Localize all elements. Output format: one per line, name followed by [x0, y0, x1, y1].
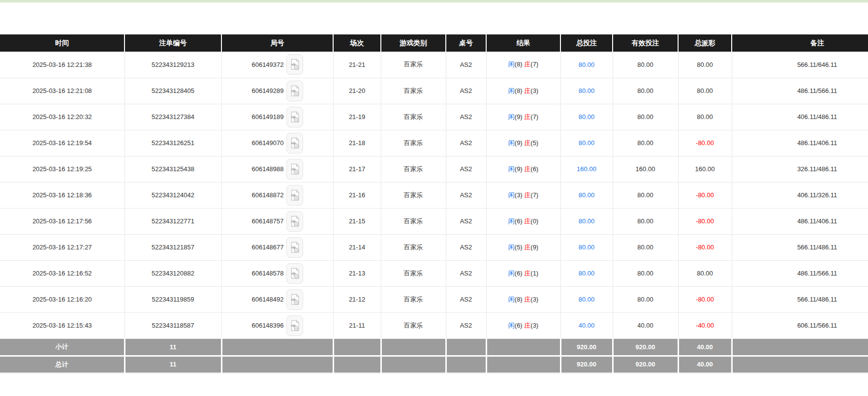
table-id-value: AS2	[460, 113, 472, 121]
payout-cell: 80.00	[678, 104, 732, 130]
table-row: 2025-03-16 12:18:36 522343124042 6061488…	[0, 182, 868, 208]
player-result-label: 闲	[508, 61, 515, 68]
table-id-cell: AS2	[446, 286, 486, 312]
result-cell: 闲(8) 庄(7)	[486, 52, 560, 78]
video-file-icon	[290, 59, 300, 70]
table-id-value: AS2	[460, 191, 472, 199]
round-id-cell: 606148757	[221, 208, 333, 234]
banker-result-score: (3)	[530, 87, 538, 94]
total-bet-link[interactable]: 80.00	[579, 191, 595, 199]
table-body: 2025-03-16 12:21:38 522343129213 6061493…	[0, 52, 868, 338]
round-id-value: 606148396	[251, 322, 283, 329]
valid-bet-cell: 80.00	[613, 234, 678, 260]
payout-cell: -80.00	[678, 234, 732, 260]
session-value: 21-16	[349, 191, 365, 199]
video-replay-button[interactable]	[286, 211, 303, 232]
player-result-score: (8)	[515, 87, 523, 94]
total-bet-cell: 80.00	[560, 208, 613, 234]
video-replay-button[interactable]	[286, 54, 303, 75]
video-replay-button[interactable]	[286, 237, 303, 258]
remark-cell: 486.11/406.11	[732, 130, 868, 156]
round-id-value: 606149289	[251, 87, 283, 94]
player-result-label: 闲	[508, 87, 515, 94]
session-cell: 21-15	[333, 208, 381, 234]
total-bet-link[interactable]: 80.00	[579, 139, 595, 147]
valid-bet-cell: 80.00	[613, 286, 678, 312]
game-type-cell: 百家乐	[381, 234, 446, 260]
banker-result-label: 庄	[524, 113, 530, 121]
player-result-label: 闲	[508, 296, 515, 303]
valid-bet-value: 40.00	[637, 322, 653, 329]
video-replay-button[interactable]	[286, 159, 303, 180]
time-value: 2025-03-16 12:17:27	[32, 244, 92, 251]
video-replay-button[interactable]	[286, 107, 303, 127]
table-id-cell: AS2	[446, 130, 486, 156]
valid-bet-cell: 80.00	[613, 130, 678, 156]
player-result-score: (9)	[515, 165, 523, 173]
time-value: 2025-03-16 12:19:54	[32, 139, 92, 147]
video-replay-button[interactable]	[286, 289, 303, 310]
result-cell: 闲(6) 庄(1)	[486, 260, 560, 286]
total-bet-link[interactable]: 40.00	[579, 322, 595, 329]
payout-cell: 80.00	[678, 52, 732, 78]
time-value: 2025-03-16 12:16:20	[32, 296, 92, 303]
video-replay-button[interactable]	[286, 263, 303, 284]
remark-cell: 486.11/406.11	[732, 208, 868, 234]
round-id-cell: 606149372	[221, 52, 333, 78]
video-replay-button[interactable]	[286, 185, 303, 206]
column-header-total-bet: 总投注	[560, 34, 613, 52]
table-row: 2025-03-16 12:17:56 522343122771 6061487…	[0, 208, 868, 234]
valid-bet-cell: 80.00	[613, 52, 678, 78]
game-type-value: 百家乐	[404, 165, 423, 173]
table-id-cell: AS2	[446, 234, 486, 260]
payout-cell: -80.00	[678, 286, 732, 312]
total-bet-link[interactable]: 80.00	[579, 244, 595, 251]
banker-result-label: 庄	[524, 296, 530, 303]
player-result-label: 闲	[508, 322, 515, 329]
remark-value: 326.11/486.11	[797, 165, 837, 173]
table-id-value: AS2	[460, 296, 472, 303]
valid-bet-value: 80.00	[637, 87, 653, 94]
table-id-value: AS2	[460, 217, 472, 225]
subtotal-valid-bet: 920.00	[613, 338, 678, 356]
round-id-value: 606148988	[251, 165, 283, 173]
valid-bet-value: 80.00	[637, 217, 653, 225]
total-bet-link[interactable]: 80.00	[579, 217, 595, 225]
bet-id-cell: 522343128405	[124, 78, 221, 104]
time-value: 2025-03-16 12:21:38	[32, 61, 92, 68]
bet-id-cell: 522343126251	[124, 130, 221, 156]
grand-total-payout: 40.00	[678, 356, 732, 373]
video-file-icon	[290, 294, 300, 305]
player-result-label: 闲	[508, 217, 515, 225]
game-type-cell: 百家乐	[381, 208, 446, 234]
round-id-cell: 606149189	[221, 104, 333, 130]
game-type-value: 百家乐	[404, 191, 423, 199]
player-result-score: (8)	[515, 296, 523, 303]
remark-value: 606.11/566.11	[797, 322, 837, 329]
total-bet-link[interactable]: 160.00	[577, 165, 596, 173]
video-replay-button[interactable]	[286, 81, 303, 101]
table-row: 2025-03-16 12:20:32 522343127384 6061491…	[0, 104, 868, 130]
video-file-icon	[290, 111, 300, 123]
total-bet-link[interactable]: 80.00	[579, 270, 595, 277]
video-replay-button[interactable]	[286, 315, 303, 336]
video-replay-button[interactable]	[286, 133, 303, 153]
valid-bet-value: 80.00	[637, 244, 653, 251]
total-bet-link[interactable]: 80.00	[579, 113, 595, 121]
total-bet-link[interactable]: 80.00	[579, 87, 595, 94]
table-id-cell: AS2	[446, 156, 486, 182]
player-result-score: (9)	[515, 113, 523, 121]
round-id-cell: 606148677	[221, 234, 333, 260]
total-bet-link[interactable]: 80.00	[579, 61, 595, 68]
total-bet-link[interactable]: 80.00	[579, 296, 595, 303]
remark-cell: 326.11/486.11	[732, 156, 868, 182]
banker-result-score: (9)	[530, 244, 538, 251]
bet-id-cell: 522343120882	[124, 260, 221, 286]
round-id-value: 606149070	[251, 139, 283, 147]
session-cell: 21-20	[333, 78, 381, 104]
table-row: 2025-03-16 12:21:38 522343129213 6061493…	[0, 52, 868, 78]
round-id-cell: 606149289	[221, 78, 333, 104]
remark-cell: 606.11/566.11	[732, 312, 868, 338]
table-row: 2025-03-16 12:19:54 522343126251 6061490…	[0, 130, 868, 156]
player-result-score: (3)	[515, 191, 523, 199]
